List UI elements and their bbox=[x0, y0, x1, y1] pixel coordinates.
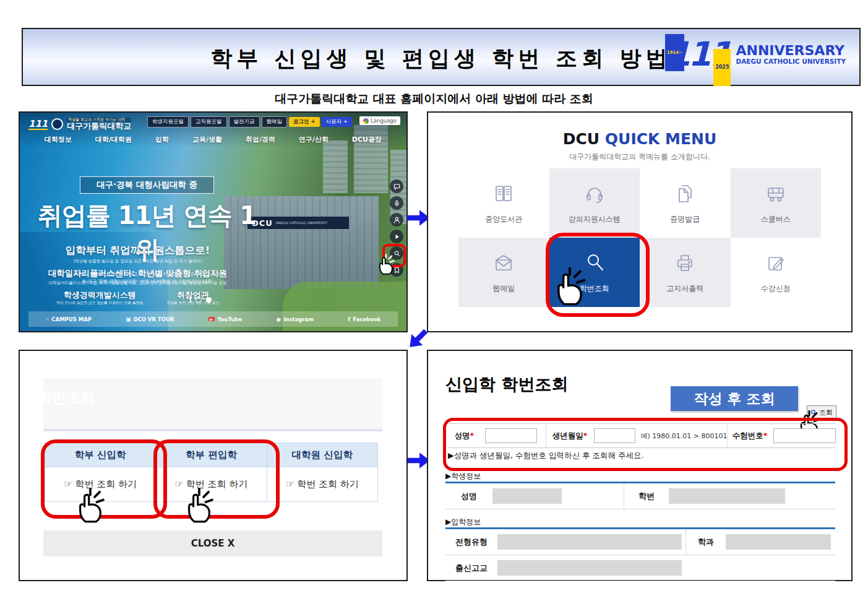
quick-menu-panel: DCU QUICK MENU 대구가톨릭대학교의 퀵메뉴를 소개합니다. 중앙도… bbox=[427, 111, 853, 332]
birthdate-label: 생년월일* bbox=[550, 431, 589, 441]
page: 학부 신입생 및 편입생 학번 조회 방법 111 2025 1914~ ANN… bbox=[0, 0, 868, 614]
banner-tag: 대구·경북 대형사립대학 중 bbox=[80, 176, 214, 194]
university-emblem-icon bbox=[51, 118, 63, 130]
fill-then-search-button: 작성 후 조회 bbox=[671, 386, 798, 411]
map-pin-icon: ◦ bbox=[46, 316, 49, 322]
admission-info-section-label: ▶입학정보 bbox=[445, 517, 481, 527]
admission-info-table: 전형유형 학과 출신고교 bbox=[445, 527, 835, 581]
library-icon bbox=[491, 181, 516, 206]
footer-vr-tour[interactable]: ▣DCU VR TOUR bbox=[126, 316, 174, 322]
carousel-dot[interactable] bbox=[196, 296, 202, 303]
highschool-label: 출신고교 bbox=[445, 563, 497, 574]
city-building bbox=[323, 141, 348, 193]
quickmenu-item-library[interactable]: 중앙도서관 bbox=[458, 168, 549, 238]
student-id-value bbox=[669, 488, 785, 504]
login-button[interactable]: 로그인 + bbox=[289, 117, 320, 127]
mail-icon bbox=[491, 251, 516, 275]
click-hand-cursor bbox=[551, 267, 589, 306]
quick-menu-title: DCU QUICK MENU bbox=[428, 130, 851, 148]
quickmenu-item-schoolbus[interactable]: 스쿨버스 bbox=[731, 168, 822, 238]
vr-icon: ▣ bbox=[126, 316, 131, 322]
footer-instagram[interactable]: ◉Instagram bbox=[276, 316, 314, 322]
student-info-section-label: ▶학생정보 bbox=[445, 471, 481, 482]
carousel-dot-active[interactable] bbox=[206, 297, 212, 303]
utility-fund[interactable]: 발전기금 bbox=[229, 116, 260, 128]
certificate-icon bbox=[672, 181, 697, 206]
nav-dcu-square[interactable]: DCU광장 bbox=[352, 135, 382, 144]
nav-research[interactable]: 연구/산학 bbox=[299, 135, 329, 144]
name-input[interactable] bbox=[485, 428, 538, 443]
close-button[interactable]: CLOSE X bbox=[43, 530, 382, 556]
student-name-label: 성명 bbox=[445, 491, 492, 502]
play-icon[interactable] bbox=[390, 230, 403, 243]
nav-education-life[interactable]: 교육/생활 bbox=[192, 135, 222, 144]
student-name-value bbox=[492, 488, 562, 504]
lookup-form-row: 성명* 생년월일* 예) 1980.01.01 > 800101 수험번호* bbox=[449, 423, 836, 448]
link-lookup-graduate[interactable]: ☞ 학번 조회 하기 bbox=[267, 467, 378, 502]
university-name-en: DAEGU CATHOLIC UNIVERSITY bbox=[736, 58, 846, 66]
logo-111-mark: 111 bbox=[28, 119, 48, 131]
birthdate-input[interactable] bbox=[594, 428, 635, 443]
divider bbox=[727, 424, 728, 448]
quickmenu-item-certificate[interactable]: 증명발급 bbox=[640, 168, 731, 238]
promo-headline-sub: (학년별 맞춤형 빌드업 및 점프업 프로젝트로 청년 취업 전 주기 올케어) bbox=[31, 259, 244, 264]
form-notice: ▶성명과 생년월일, 수험번호 입력하신 후 조회해 주세요. bbox=[448, 451, 643, 461]
main-navigation: 대학정보 대학/대학원 입학 교육/생활 취업/경력 연구/산학 DCU광장 bbox=[45, 135, 382, 144]
quick-menu-subtitle: 대구가톨릭대학교의 퀵메뉴를 소개합니다. bbox=[428, 152, 851, 162]
anniversary-logo: 111 2025 1914~ ANNIVERSARY DAEGU CATHOLI… bbox=[668, 37, 846, 72]
bus-icon bbox=[763, 181, 788, 206]
nav-admissions[interactable]: 입학 bbox=[155, 135, 169, 144]
popup-title-bar: 학번조회 bbox=[43, 378, 382, 431]
utility-webmail[interactable]: 웹메일 bbox=[262, 116, 288, 128]
user-button[interactable]: 사용자 + bbox=[322, 117, 352, 127]
mic-icon[interactable] bbox=[390, 196, 403, 210]
click-hand-cursor bbox=[182, 488, 217, 523]
student-id-popup-panel: 학번조회 학부 신입학 학부 편입학 대학원 신입학 ☞ 학번 조회 하기 ☞ … bbox=[19, 350, 408, 581]
carousel-dots[interactable] bbox=[20, 296, 382, 303]
quickmenu-item-webmail[interactable]: 웹메일 bbox=[458, 238, 549, 307]
promo-headline: 입학부터 취업까지 원스톱으로! bbox=[31, 244, 244, 257]
student-info-table: 성명 학번 bbox=[445, 482, 835, 509]
utility-staff-portal[interactable]: 교직원포털 bbox=[191, 116, 227, 128]
footer-facebook[interactable]: fFacebook bbox=[348, 316, 380, 322]
chat-icon[interactable] bbox=[390, 179, 403, 193]
anniversary-text: ANNIVERSARY bbox=[736, 43, 846, 58]
person-icon[interactable] bbox=[390, 213, 403, 227]
printer-icon bbox=[672, 251, 697, 275]
instagram-icon: ◉ bbox=[276, 316, 281, 322]
site-logo[interactable]: 111 학생을 최고의 가치로 여기는 대학 대구가톨릭대학교 bbox=[28, 118, 131, 131]
quickmenu-item-bill-print[interactable]: 고지서출력 bbox=[640, 238, 731, 307]
utility-student-portal[interactable]: 학생지원포털 bbox=[147, 116, 189, 128]
lookup-form-panel: 신입학 학번조회 작성 후 조회 조회 성명* 생년월일* 예) 1980.01… bbox=[427, 350, 853, 581]
divider bbox=[546, 424, 546, 448]
anniversary-111-mark: 111 2025 1914~ bbox=[668, 37, 730, 72]
language-button[interactable]: Language bbox=[359, 116, 400, 125]
quickmenu-item-lms[interactable]: 강의지원시스템 bbox=[549, 168, 640, 238]
header-banner: 학부 신입생 및 편입생 학번 조회 방법 111 2025 1914~ ANN… bbox=[22, 28, 861, 86]
nav-university-info[interactable]: 대학정보 bbox=[45, 135, 72, 144]
exam-number-label: 수험번호* bbox=[731, 431, 768, 441]
red-highlight-ring bbox=[153, 439, 280, 519]
footer-campus-map[interactable]: ◦CAMPUS MAP bbox=[46, 316, 92, 322]
quickmenu-item-course-register[interactable]: 수강신청 bbox=[731, 238, 822, 307]
student-id-label: 학번 bbox=[624, 491, 669, 502]
utility-menu: 학생지원포털 교직원포털 발전기금 웹메일 로그인 + 사용자 + bbox=[147, 116, 352, 128]
anniversary-since-label: 1914~ bbox=[665, 34, 684, 71]
homepage-screenshot-panel: DCU DAEGU CATHOLIC UNIVERSITY 학생지원포털 교직원… bbox=[19, 111, 408, 332]
admission-type-value bbox=[497, 534, 682, 550]
carousel-pause[interactable] bbox=[190, 296, 191, 303]
lookup-title: 신입학 학번조회 bbox=[445, 373, 568, 396]
anniversary-year-badge: 2025 bbox=[713, 49, 731, 86]
footer-youtube[interactable]: ▶YouTube bbox=[208, 316, 243, 322]
promo-jobcenter-sub: 대학일자리플러스센터사업, 미래내일일경험사업, 고교비진학생취업지원사업, 졸… bbox=[31, 280, 244, 286]
nav-career[interactable]: 취업/경력 bbox=[246, 135, 275, 144]
nav-colleges[interactable]: 대학/대학원 bbox=[95, 135, 132, 144]
click-hand-cursor bbox=[73, 488, 108, 523]
logo-university-name: 대구가톨릭대학교 bbox=[67, 122, 131, 131]
birthdate-hint: 예) 1980.01.01 > 800101 bbox=[640, 431, 727, 441]
promo-jobcenter: 대학일자리플러스센터: 학년별 맞춤형 취업지원 bbox=[31, 268, 244, 279]
column-graduate-freshman: 대학원 신입학 bbox=[267, 443, 378, 467]
instruction-subtitle: 대구가톨릭대학교 대표 홈페이지에서 아래 방법에 따라 조회 bbox=[0, 91, 868, 107]
exam-number-input[interactable] bbox=[773, 428, 836, 443]
edit-icon bbox=[763, 251, 788, 275]
